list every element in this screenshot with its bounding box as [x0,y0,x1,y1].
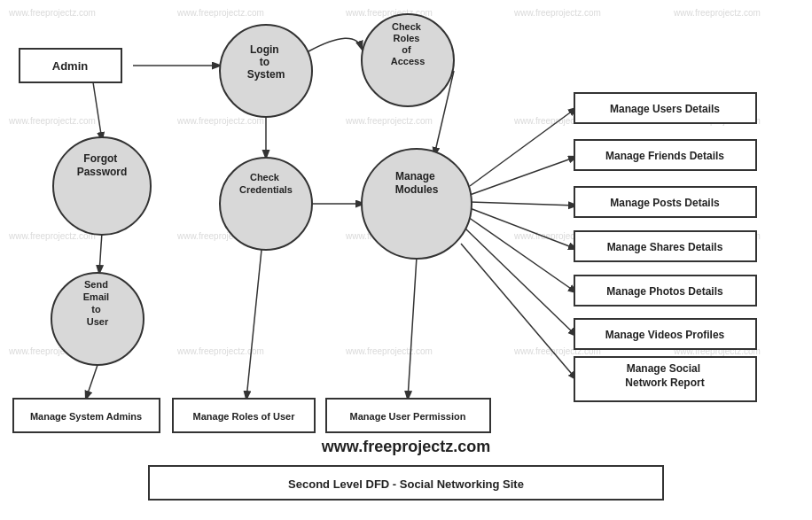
manage-permission-label: Manage User Permission [350,411,466,422]
svg-line-27 [246,250,262,399]
svg-line-35 [461,244,576,379]
svg-text:www.freeprojectz.com: www.freeprojectz.com [513,8,601,18]
svg-line-31 [470,202,576,206]
manage-modules-label: Manage Modules [395,170,439,196]
manage-shares-label: Manage Shares Details [607,241,723,253]
diagram-area: www.freeprojectz.com www.freeprojectz.co… [0,0,812,520]
manage-modules-node [362,149,472,259]
svg-line-30 [470,157,576,195]
svg-line-34 [465,229,576,336]
svg-text:www.freeprojectz.com: www.freeprojectz.com [673,8,761,18]
svg-line-28 [408,257,417,399]
manage-videos-label: Manage Videos Profiles [605,329,725,341]
manage-system-admins-label: Manage System Admins [30,411,142,422]
svg-text:www.freeprojectz.com: www.freeprojectz.com [176,116,264,126]
admin-label: Admin [52,59,89,73]
svg-text:www.freeprojectz.com: www.freeprojectz.com [8,116,96,126]
footer-url: www.freeprojectz.com [321,438,490,455]
svg-text:www.freeprojectz.com: www.freeprojectz.com [345,346,433,356]
svg-text:www.freeprojectz.com: www.freeprojectz.com [345,116,433,126]
svg-text:www.freeprojectz.com: www.freeprojectz.com [8,8,96,18]
forgot-password-label: Forgot Password [77,152,128,178]
svg-line-32 [470,208,576,249]
dfd-svg: www.freeprojectz.com www.freeprojectz.co… [0,0,812,520]
svg-text:www.freeprojectz.com: www.freeprojectz.com [8,231,96,241]
manage-users-label: Manage Users Details [610,103,720,115]
manage-photos-label: Manage Photos Details [606,285,723,298]
manage-posts-label: Manage Posts Details [610,197,720,209]
manage-friends-label: Manage Friends Details [605,150,724,162]
footer-subtitle: Second Level DFD - Social Networking Sit… [288,477,524,491]
svg-text:www.freeprojectz.com: www.freeprojectz.com [176,8,264,18]
svg-line-25 [99,232,102,273]
manage-roles-label: Manage Roles of User [193,411,296,422]
svg-line-26 [86,365,98,399]
svg-line-22 [93,82,102,140]
